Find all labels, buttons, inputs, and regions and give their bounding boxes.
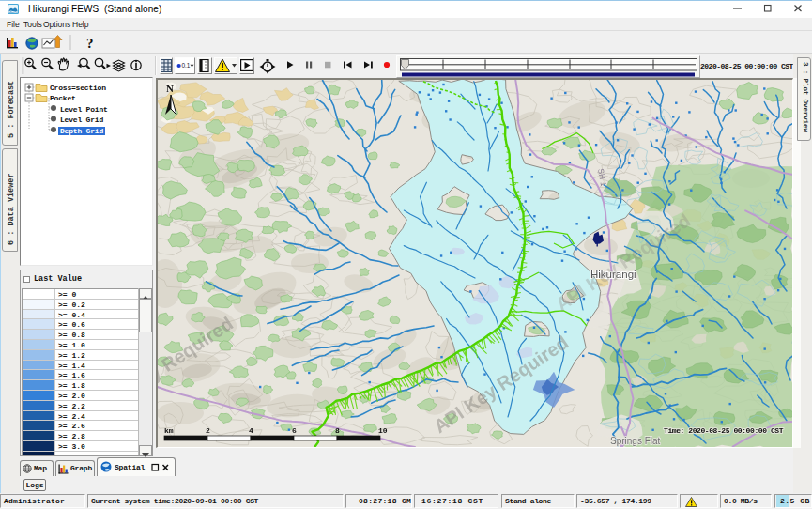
svg-text:10: 10 xyxy=(378,426,388,435)
svg-text:Springs Flat: Springs Flat xyxy=(610,436,661,446)
svg-text:N: N xyxy=(166,83,174,94)
svg-text:8: 8 xyxy=(335,426,340,435)
svg-text:?: ? xyxy=(86,36,94,51)
svg-text:Time: 2020-08-25 00:00:00 CST: Time: 2020-08-25 00:00:00 CST xyxy=(664,426,784,435)
svg-text:6: 6 xyxy=(292,426,297,435)
svg-text:4: 4 xyxy=(249,426,253,435)
svg-text:km: km xyxy=(164,426,174,435)
svg-text:0.1: 0.1 xyxy=(181,62,190,69)
svg-text:2: 2 xyxy=(206,426,210,435)
